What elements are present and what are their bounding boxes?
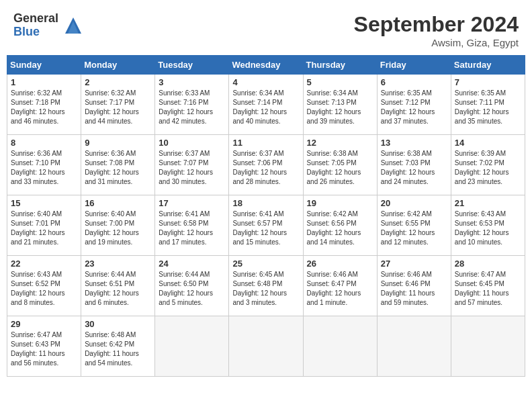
day-4: 4 Sunrise: 6:34 AM Sunset: 7:14 PM Dayli… [229, 75, 303, 135]
day-info: Sunrise: 6:32 AM Sunset: 7:18 PM Dayligh… [11, 89, 77, 126]
day-number: 8 [11, 138, 77, 148]
day-info: Sunrise: 6:41 AM Sunset: 6:58 PM Dayligh… [159, 210, 225, 247]
day-25: 25 Sunrise: 6:45 AM Sunset: 6:48 PM Dayl… [229, 256, 303, 316]
day-number: 19 [307, 198, 373, 208]
day-9: 9 Sunrise: 6:36 AM Sunset: 7:08 PM Dayli… [81, 135, 155, 195]
day-number: 11 [232, 138, 299, 148]
day-5: 5 Sunrise: 6:34 AM Sunset: 7:13 PM Dayli… [303, 75, 377, 135]
col-wednesday: Wednesday [229, 56, 303, 75]
day-number: 9 [85, 138, 151, 148]
day-21: 21 Sunrise: 6:43 AM Sunset: 6:53 PM Dayl… [451, 195, 525, 256]
day-info: Sunrise: 6:42 AM Sunset: 6:55 PM Dayligh… [381, 210, 447, 247]
col-tuesday: Tuesday [155, 56, 229, 75]
day-number: 6 [381, 77, 447, 87]
day-number: 10 [159, 138, 225, 148]
day-info: Sunrise: 6:33 AM Sunset: 7:16 PM Dayligh… [159, 89, 225, 126]
col-friday: Friday [377, 56, 451, 75]
day-3: 3 Sunrise: 6:33 AM Sunset: 7:16 PM Dayli… [155, 75, 229, 135]
logo-text: General Blue [13, 12, 58, 39]
day-number: 13 [381, 138, 447, 148]
day-info: Sunrise: 6:45 AM Sunset: 6:48 PM Dayligh… [232, 270, 299, 308]
week-row-2: 8 Sunrise: 6:36 AM Sunset: 7:10 PM Dayli… [7, 135, 525, 195]
day-info: Sunrise: 6:38 AM Sunset: 7:03 PM Dayligh… [381, 149, 447, 187]
day-number: 30 [85, 319, 151, 329]
week-row-4: 22 Sunrise: 6:43 AM Sunset: 6:52 PM Dayl… [7, 256, 525, 316]
empty-cell [229, 316, 303, 377]
day-info: Sunrise: 6:35 AM Sunset: 7:12 PM Dayligh… [381, 89, 447, 126]
day-info: Sunrise: 6:37 AM Sunset: 7:07 PM Dayligh… [159, 149, 225, 187]
day-13: 13 Sunrise: 6:38 AM Sunset: 7:03 PM Dayl… [377, 135, 451, 195]
day-16: 16 Sunrise: 6:40 AM Sunset: 7:00 PM Dayl… [81, 195, 155, 256]
day-number: 25 [232, 259, 299, 269]
day-number: 21 [455, 198, 521, 208]
day-29: 29 Sunrise: 6:47 AM Sunset: 6:43 PM Dayl… [7, 316, 81, 377]
day-number: 3 [159, 77, 225, 87]
day-number: 1 [11, 77, 77, 87]
day-info: Sunrise: 6:44 AM Sunset: 6:50 PM Dayligh… [159, 270, 225, 308]
day-24: 24 Sunrise: 6:44 AM Sunset: 6:50 PM Dayl… [155, 256, 229, 316]
day-number: 24 [159, 259, 225, 269]
day-number: 12 [307, 138, 373, 148]
empty-cell [377, 316, 451, 377]
day-number: 27 [381, 259, 447, 269]
day-number: 28 [455, 259, 521, 269]
day-info: Sunrise: 6:46 AM Sunset: 6:46 PM Dayligh… [381, 270, 447, 308]
day-number: 14 [455, 138, 521, 148]
col-saturday: Saturday [451, 56, 525, 75]
day-info: Sunrise: 6:46 AM Sunset: 6:47 PM Dayligh… [307, 270, 373, 308]
day-12: 12 Sunrise: 6:38 AM Sunset: 7:05 PM Dayl… [303, 135, 377, 195]
day-1: 1 Sunrise: 6:32 AM Sunset: 7:18 PM Dayli… [7, 75, 81, 135]
day-number: 18 [232, 198, 299, 208]
day-2: 2 Sunrise: 6:32 AM Sunset: 7:17 PM Dayli… [81, 75, 155, 135]
col-sunday: Sunday [7, 56, 81, 75]
day-14: 14 Sunrise: 6:39 AM Sunset: 7:02 PM Dayl… [451, 135, 525, 195]
location: Awsim, Giza, Egypt [354, 37, 519, 48]
day-number: 29 [11, 319, 77, 329]
day-number: 16 [85, 198, 151, 208]
title-area: September 2024 Awsim, Giza, Egypt [354, 12, 519, 48]
week-row-5: 29 Sunrise: 6:47 AM Sunset: 6:43 PM Dayl… [7, 316, 525, 377]
day-20: 20 Sunrise: 6:42 AM Sunset: 6:55 PM Dayl… [377, 195, 451, 256]
day-23: 23 Sunrise: 6:44 AM Sunset: 6:51 PM Dayl… [81, 256, 155, 316]
day-info: Sunrise: 6:40 AM Sunset: 7:00 PM Dayligh… [85, 210, 151, 247]
col-thursday: Thursday [303, 56, 377, 75]
day-info: Sunrise: 6:32 AM Sunset: 7:17 PM Dayligh… [85, 89, 151, 126]
day-26: 26 Sunrise: 6:46 AM Sunset: 6:47 PM Dayl… [303, 256, 377, 316]
day-info: Sunrise: 6:47 AM Sunset: 6:45 PM Dayligh… [455, 270, 521, 308]
day-number: 17 [159, 198, 225, 208]
day-30: 30 Sunrise: 6:48 AM Sunset: 6:42 PM Dayl… [81, 316, 155, 377]
day-info: Sunrise: 6:38 AM Sunset: 7:05 PM Dayligh… [307, 149, 373, 187]
day-info: Sunrise: 6:48 AM Sunset: 6:42 PM Dayligh… [85, 330, 151, 368]
day-info: Sunrise: 6:39 AM Sunset: 7:02 PM Dayligh… [455, 149, 521, 187]
day-info: Sunrise: 6:35 AM Sunset: 7:11 PM Dayligh… [455, 89, 521, 126]
day-number: 2 [85, 77, 151, 87]
day-number: 23 [85, 259, 151, 269]
day-19: 19 Sunrise: 6:42 AM Sunset: 6:56 PM Dayl… [303, 195, 377, 256]
empty-cell [451, 316, 525, 377]
day-22: 22 Sunrise: 6:43 AM Sunset: 6:52 PM Dayl… [7, 256, 81, 316]
week-row-3: 15 Sunrise: 6:40 AM Sunset: 7:01 PM Dayl… [7, 195, 525, 256]
day-info: Sunrise: 6:42 AM Sunset: 6:56 PM Dayligh… [307, 210, 373, 247]
calendar-table: Sunday Monday Tuesday Wednesday Thursday… [7, 55, 525, 377]
calendar-header-row: Sunday Monday Tuesday Wednesday Thursday… [7, 56, 525, 75]
day-info: Sunrise: 6:43 AM Sunset: 6:53 PM Dayligh… [455, 210, 521, 247]
day-27: 27 Sunrise: 6:46 AM Sunset: 6:46 PM Dayl… [377, 256, 451, 316]
day-number: 20 [381, 198, 447, 208]
week-row-1: 1 Sunrise: 6:32 AM Sunset: 7:18 PM Dayli… [7, 75, 525, 135]
day-info: Sunrise: 6:34 AM Sunset: 7:13 PM Dayligh… [307, 89, 373, 126]
day-8: 8 Sunrise: 6:36 AM Sunset: 7:10 PM Dayli… [7, 135, 81, 195]
day-11: 11 Sunrise: 6:37 AM Sunset: 7:06 PM Dayl… [229, 135, 303, 195]
day-10: 10 Sunrise: 6:37 AM Sunset: 7:07 PM Dayl… [155, 135, 229, 195]
day-info: Sunrise: 6:44 AM Sunset: 6:51 PM Dayligh… [85, 270, 151, 308]
day-info: Sunrise: 6:34 AM Sunset: 7:14 PM Dayligh… [232, 89, 299, 126]
day-info: Sunrise: 6:47 AM Sunset: 6:43 PM Dayligh… [11, 330, 77, 368]
col-monday: Monday [81, 56, 155, 75]
day-info: Sunrise: 6:36 AM Sunset: 7:10 PM Dayligh… [11, 149, 77, 187]
empty-cell [155, 316, 229, 377]
day-number: 5 [307, 77, 373, 87]
month-title: September 2024 [354, 12, 519, 37]
day-28: 28 Sunrise: 6:47 AM Sunset: 6:45 PM Dayl… [451, 256, 525, 316]
day-18: 18 Sunrise: 6:41 AM Sunset: 6:57 PM Dayl… [229, 195, 303, 256]
empty-cell [303, 316, 377, 377]
day-info: Sunrise: 6:36 AM Sunset: 7:08 PM Dayligh… [85, 149, 151, 187]
